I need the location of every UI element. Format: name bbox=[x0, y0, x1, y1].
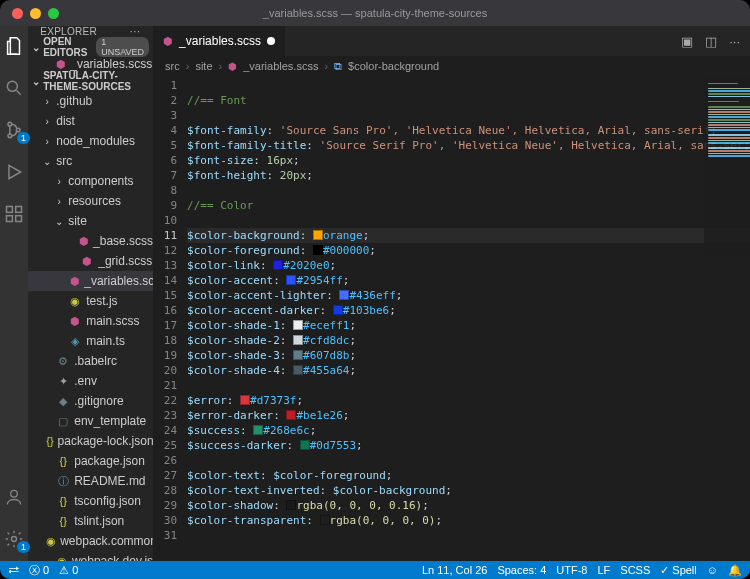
svg-point-1 bbox=[8, 122, 12, 126]
code-editor[interactable]: 1234567891011121314151617181920212223242… bbox=[153, 76, 750, 561]
folder-node-modules[interactable]: ›node_modules bbox=[28, 131, 153, 151]
window-controls[interactable] bbox=[12, 8, 59, 19]
settings-icon[interactable]: 1 bbox=[2, 527, 26, 551]
tab-more-icon[interactable]: ··· bbox=[729, 34, 740, 49]
file-base-scss[interactable]: ⬢_base.scss bbox=[28, 231, 153, 251]
compare-icon[interactable]: ▣ bbox=[681, 34, 693, 49]
feedback-icon[interactable]: ☺ bbox=[707, 564, 718, 576]
close-window-icon[interactable] bbox=[12, 8, 23, 19]
sidebar-more-icon[interactable]: ··· bbox=[130, 26, 141, 37]
folder-github[interactable]: ›.github bbox=[28, 91, 153, 111]
file-webpack-dev[interactable]: ◉webpack.dev.js bbox=[28, 551, 153, 561]
search-icon[interactable] bbox=[2, 76, 26, 100]
svg-point-3 bbox=[16, 128, 20, 132]
folder-src[interactable]: ⌄src bbox=[28, 151, 153, 171]
file-package-json[interactable]: {}package.json bbox=[28, 451, 153, 471]
svg-rect-6 bbox=[7, 216, 13, 222]
language-button[interactable]: SCSS bbox=[620, 564, 650, 576]
file-webpack-common[interactable]: ◉webpack.common.js bbox=[28, 531, 153, 551]
status-bar: ⮂ ⓧ 0 ⚠ 0 Ln 11, Col 26 Spaces: 4 UTF-8 … bbox=[0, 561, 750, 579]
split-editor-icon[interactable]: ◫ bbox=[705, 34, 717, 49]
open-editors-section[interactable]: ⌄ OPEN EDITORS 1 UNSAVED bbox=[28, 37, 153, 57]
cursor-position[interactable]: Ln 11, Col 26 bbox=[422, 564, 487, 576]
extensions-icon[interactable] bbox=[2, 202, 26, 226]
scss-file-icon: ⬢ bbox=[228, 61, 237, 72]
folder-components[interactable]: ›components bbox=[28, 171, 153, 191]
errors-button[interactable]: ⓧ 0 bbox=[29, 563, 49, 578]
remote-button[interactable]: ⮂ bbox=[8, 564, 19, 576]
line-gutter: 1234567891011121314151617181920212223242… bbox=[153, 76, 187, 561]
scm-badge: 1 bbox=[17, 132, 30, 144]
svg-point-2 bbox=[8, 134, 12, 138]
tab-variables-scss[interactable]: ⬢ _variables.scss bbox=[153, 26, 286, 56]
minimize-window-icon[interactable] bbox=[30, 8, 41, 19]
tab-bar: ⬢ _variables.scss ▣ ◫ ··· bbox=[153, 26, 750, 56]
workspace-section[interactable]: ⌄ SPATULA-CITY-THEME-SOURCES bbox=[28, 71, 153, 91]
maximize-window-icon[interactable] bbox=[48, 8, 59, 19]
folder-site[interactable]: ⌄site bbox=[28, 211, 153, 231]
chevron-down-icon: ⌄ bbox=[32, 76, 40, 87]
file-tree: ›.github ›dist ›node_modules ⌄src ›compo… bbox=[28, 91, 153, 561]
explorer-icon[interactable] bbox=[2, 34, 26, 58]
file-variables-scss[interactable]: ⬢_variables.scss bbox=[28, 271, 153, 291]
file-babelrc[interactable]: ⚙.babelrc bbox=[28, 351, 153, 371]
notifications-icon[interactable]: 🔔 bbox=[728, 564, 742, 577]
indentation-button[interactable]: Spaces: 4 bbox=[497, 564, 546, 576]
file-package-lock[interactable]: {}package-lock.json bbox=[28, 431, 153, 451]
variable-icon: ⧉ bbox=[334, 60, 342, 73]
breadcrumb[interactable]: src› site› ⬢ _variables.scss› ⧉ $color-b… bbox=[153, 56, 750, 76]
encoding-button[interactable]: UTF-8 bbox=[556, 564, 587, 576]
file-main-scss[interactable]: ⬢main.scss bbox=[28, 311, 153, 331]
spell-button[interactable]: ✓ Spell bbox=[660, 564, 696, 577]
chevron-down-icon: ⌄ bbox=[32, 42, 40, 53]
svg-point-0 bbox=[7, 81, 17, 91]
settings-badge: 1 bbox=[17, 541, 30, 553]
unsaved-badge: 1 UNSAVED bbox=[96, 37, 149, 57]
source-control-icon[interactable]: 1 bbox=[2, 118, 26, 142]
file-readme[interactable]: ⓘREADME.md bbox=[28, 471, 153, 491]
file-tsconfig[interactable]: {}tsconfig.json bbox=[28, 491, 153, 511]
unsaved-dot-icon[interactable] bbox=[267, 37, 275, 45]
window-title: _variables.scss — spatula-city-theme-sou… bbox=[0, 7, 750, 19]
svg-rect-4 bbox=[7, 207, 13, 213]
file-main-ts[interactable]: ◈main.ts bbox=[28, 331, 153, 351]
file-tslint[interactable]: {}tslint.json bbox=[28, 511, 153, 531]
scss-file-icon: ⬢ bbox=[163, 35, 173, 48]
editor-group: ⬢ _variables.scss ▣ ◫ ··· src› site› ⬢ _… bbox=[153, 26, 750, 561]
eol-button[interactable]: LF bbox=[597, 564, 610, 576]
file-grid-scss[interactable]: ⬢_grid.scss bbox=[28, 251, 153, 271]
code-content[interactable]: //== Font$font-family: 'Source Sans Pro'… bbox=[187, 76, 750, 561]
open-editor-item[interactable]: ⬢ _variables.scss src/site bbox=[28, 57, 153, 71]
folder-resources[interactable]: ›resources bbox=[28, 191, 153, 211]
warnings-button[interactable]: ⚠ 0 bbox=[59, 564, 78, 577]
file-env[interactable]: ✦.env bbox=[28, 371, 153, 391]
minimap[interactable] bbox=[704, 76, 750, 561]
svg-rect-5 bbox=[16, 207, 22, 213]
sidebar: EXPLORER ··· ⌄ OPEN EDITORS 1 UNSAVED ⬢ … bbox=[28, 26, 153, 561]
debug-icon[interactable] bbox=[2, 160, 26, 184]
scss-file-icon: ⬢ bbox=[56, 58, 66, 71]
titlebar: _variables.scss — spatula-city-theme-sou… bbox=[0, 0, 750, 26]
activity-bar: 1 1 bbox=[0, 26, 28, 561]
file-env-template[interactable]: ▢env_template bbox=[28, 411, 153, 431]
account-icon[interactable] bbox=[2, 485, 26, 509]
svg-rect-7 bbox=[16, 216, 22, 222]
file-gitignore[interactable]: ◆.gitignore bbox=[28, 391, 153, 411]
file-test-js[interactable]: ◉test.js bbox=[28, 291, 153, 311]
folder-dist[interactable]: ›dist bbox=[28, 111, 153, 131]
svg-point-9 bbox=[12, 537, 17, 542]
svg-point-8 bbox=[11, 490, 18, 497]
